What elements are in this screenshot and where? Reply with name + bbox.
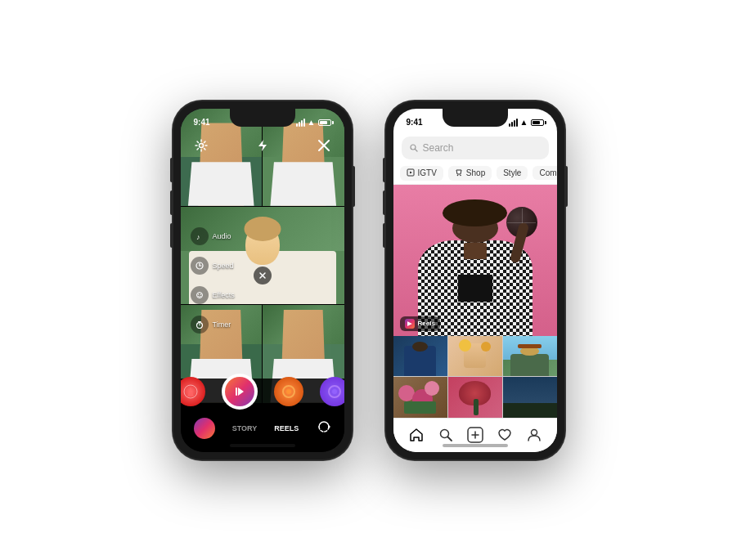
tab-shop[interactable]: Shop — [448, 166, 492, 181]
right-signal-bars-icon — [509, 119, 518, 127]
right-phone: 9:41 ▲ — [385, 101, 565, 460]
svg-marker-17 — [187, 387, 194, 396]
right-battery-icon — [531, 119, 544, 126]
search-bar-wrapper: Search — [393, 132, 557, 163]
shop-icon — [455, 168, 463, 178]
tab-shop-label: Shop — [466, 168, 485, 177]
speed-label: Speed — [213, 262, 234, 270]
left-phone-screen: 9:41 ▲ — [181, 109, 344, 452]
effects-icon — [191, 286, 209, 304]
thumb-1[interactable] — [393, 336, 447, 377]
effects-menu-item[interactable]: Effects — [191, 286, 235, 304]
right-wifi-icon: ▲ — [520, 118, 528, 127]
reels-label[interactable]: REELS — [274, 424, 299, 432]
thumb-5[interactable] — [448, 377, 502, 418]
wifi-icon: ▲ — [308, 118, 316, 127]
nav-profile[interactable] — [523, 423, 546, 446]
svg-point-30 — [460, 174, 461, 176]
reels-shutter-icon — [225, 377, 254, 406]
svg-marker-28 — [410, 171, 412, 173]
svg-marker-24 — [328, 424, 330, 429]
svg-point-0 — [199, 143, 203, 147]
left-status-time: 9:41 — [194, 118, 210, 127]
right-notch — [443, 109, 508, 127]
left-phone: 9:41 ▲ — [173, 101, 353, 460]
timer-icon — [191, 316, 209, 334]
thumb-4[interactable] — [393, 377, 447, 418]
featured-image: ▶ Reels — [393, 185, 557, 336]
tab-igtv[interactable]: IGTV — [400, 166, 443, 181]
svg-marker-18 — [238, 388, 244, 396]
svg-point-29 — [457, 174, 459, 176]
igtv-icon — [407, 168, 415, 178]
category-tabs: IGTV Shop Style — [393, 163, 557, 185]
svg-rect-19 — [236, 388, 237, 396]
svg-line-26 — [415, 149, 417, 151]
timer-label: Timer — [213, 320, 231, 329]
effect-button-1[interactable] — [181, 377, 205, 406]
speed-menu-item[interactable]: Speed — [191, 257, 235, 275]
camera-nav-row: STORY REELS — [181, 418, 344, 439]
audio-icon: ♪ — [191, 227, 209, 245]
svg-point-21 — [286, 389, 291, 394]
timer-menu-item[interactable]: Timer — [191, 316, 235, 334]
thumb-3[interactable] — [503, 336, 557, 377]
flip-camera-icon[interactable] — [317, 419, 331, 437]
tab-igtv-label: IGTV — [418, 168, 437, 177]
search-bar[interactable]: Search — [402, 137, 549, 159]
flash-icon[interactable] — [252, 135, 273, 156]
story-label[interactable]: STORY — [232, 424, 258, 432]
tab-comics-label: Comics — [539, 168, 556, 177]
audio-menu-item[interactable]: ♪ Audio — [191, 227, 235, 245]
phones-container: 9:41 ▲ — [173, 101, 565, 460]
svg-marker-1 — [258, 140, 267, 151]
battery-icon — [318, 119, 331, 126]
thumb-2[interactable] — [448, 336, 502, 377]
effects-label: Effects — [213, 291, 235, 299]
search-placeholder-text: Search — [423, 142, 454, 154]
settings-icon[interactable] — [191, 135, 212, 156]
close-icon[interactable] — [313, 135, 335, 156]
nav-home[interactable] — [405, 423, 428, 446]
right-home-indicator — [443, 444, 508, 447]
svg-line-32 — [447, 437, 452, 441]
thumb-6[interactable] — [503, 377, 557, 418]
side-menu: ♪ Audio Speed — [191, 227, 235, 334]
tab-style-label: Style — [503, 168, 521, 177]
svg-point-36 — [531, 430, 537, 436]
effect-button-2[interactable] — [274, 377, 303, 406]
right-status-time: 9:41 — [407, 118, 423, 127]
svg-point-23 — [332, 389, 337, 394]
float-close-button[interactable] — [254, 267, 272, 284]
audio-label: Audio — [213, 232, 231, 240]
reels-badge-icon: ▶ — [405, 319, 415, 329]
signal-bars-icon — [296, 119, 305, 127]
reels-badge: ▶ Reels — [400, 316, 440, 331]
right-status-icons: ▲ — [509, 118, 544, 127]
right-phone-screen: 9:41 ▲ — [393, 109, 557, 452]
camera-avatar[interactable] — [194, 418, 215, 439]
search-icon — [410, 144, 418, 152]
left-notch — [230, 109, 295, 127]
reels-badge-label: Reels — [418, 320, 435, 327]
shutter-row — [181, 374, 344, 410]
shutter-button[interactable] — [222, 374, 258, 410]
svg-point-10 — [200, 293, 201, 295]
thumbnail-grid — [393, 336, 557, 418]
svg-text:♪: ♪ — [196, 233, 200, 240]
camera-bottom-controls: STORY REELS — [181, 379, 344, 452]
left-status-icons: ▲ — [296, 118, 331, 127]
effect-button-3[interactable] — [320, 377, 344, 406]
svg-point-9 — [197, 293, 199, 295]
speed-icon — [191, 257, 209, 275]
tab-style[interactable]: Style — [497, 166, 528, 180]
camera-top-controls — [191, 135, 335, 156]
explore-screen: Search IGTV — [393, 132, 557, 452]
tab-comics[interactable]: Comics — [533, 166, 556, 180]
